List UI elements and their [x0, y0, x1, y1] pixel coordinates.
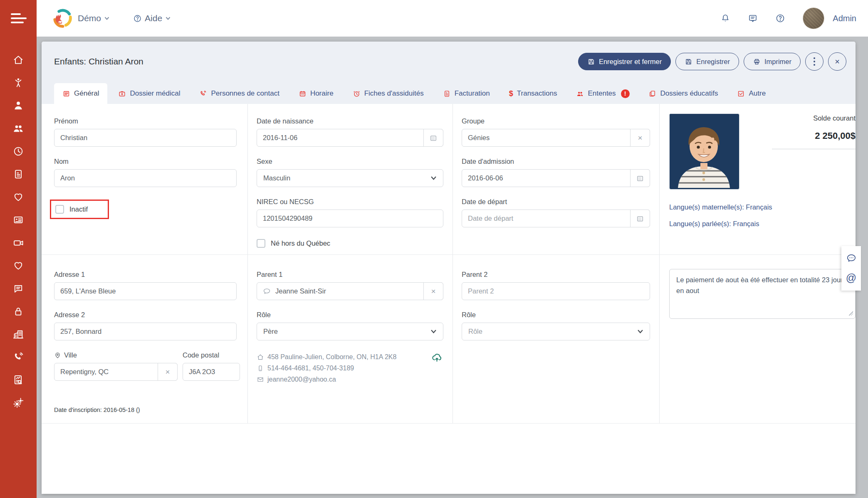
tab-transactions[interactable]: $Transactions — [501, 83, 566, 104]
close-button[interactable]: × — [828, 52, 846, 71]
invoice-icon — [12, 168, 24, 180]
code-postal-label: Code postal — [183, 351, 240, 359]
user-avatar[interactable] — [803, 7, 824, 29]
sexe-select[interactable]: Masculin — [257, 169, 443, 187]
ville-input[interactable] — [54, 363, 158, 380]
prenom-input[interactable] — [54, 129, 236, 146]
parent1-role-select[interactable]: Père — [257, 323, 443, 340]
sidebar-item-groups[interactable] — [0, 117, 37, 140]
calendar-icon — [636, 214, 644, 223]
kebab-icon — [814, 57, 815, 66]
tab-dossiers-educatifs[interactable]: Dossiers éducatifs — [640, 83, 727, 104]
admission-label: Date d'admission — [462, 158, 650, 165]
field-groupe: Groupe × — [462, 117, 650, 147]
tab-personnes-de-contact[interactable]: Personnes de contact — [191, 83, 287, 104]
parent2-role-select[interactable]: Rôle — [462, 323, 650, 340]
sidebar-item-children[interactable] — [0, 71, 37, 94]
admission-input[interactable] — [462, 170, 630, 187]
sidebar-item-organization[interactable] — [0, 323, 37, 345]
dob-input[interactable] — [257, 129, 423, 146]
code-postal-input[interactable] — [183, 363, 240, 380]
groupe-clear-button[interactable]: × — [630, 129, 650, 147]
sidebar-item-phone[interactable] — [0, 345, 37, 368]
col-birth: Date de naissance Sexe Masculin NIREC ou… — [247, 104, 453, 254]
header-actions: Enregistrer et fermer Enregistrer Imprim… — [578, 52, 846, 71]
sidebar-item-video[interactable] — [0, 231, 37, 254]
ville-clear-button[interactable]: × — [158, 363, 178, 381]
more-options-button[interactable] — [805, 52, 823, 71]
report-icon — [12, 374, 24, 386]
sidebar-item-billing[interactable] — [0, 163, 37, 185]
admission-calendar-button[interactable] — [630, 169, 650, 187]
inactif-checkbox[interactable] — [55, 205, 64, 214]
tab-general[interactable]: Général — [54, 83, 107, 104]
depart-input[interactable] — [462, 210, 630, 227]
col-summary: Solde courant 2 250,00$ Langue(s) matern… — [659, 104, 856, 254]
child-photo[interactable] — [669, 113, 739, 190]
tab-facturation[interactable]: Facturation — [435, 83, 498, 104]
save-and-close-button[interactable]: Enregistrer et fermer — [578, 53, 671, 70]
sidebar-item-home[interactable] — [0, 48, 37, 71]
sidebar-item-health[interactable] — [0, 185, 37, 208]
notifications-bell-icon[interactable] — [720, 13, 730, 23]
parent2-input[interactable] — [462, 283, 650, 300]
inscription-date-text: Date d'inscription: 2016-05-18 () — [54, 407, 237, 413]
adresse1-input[interactable] — [54, 283, 236, 300]
brand-menu[interactable]: Démo — [78, 13, 110, 23]
field-adresse2: Adresse 2 — [54, 311, 237, 340]
envelope-icon — [257, 376, 264, 383]
upload-cloud-button[interactable] — [431, 352, 443, 367]
id-card-icon — [12, 214, 24, 226]
sidebar-item-schedule[interactable] — [0, 140, 37, 163]
sidebar-item-reports[interactable] — [0, 368, 37, 391]
sidebar-item-staff[interactable] — [0, 94, 37, 117]
sidebar-item-settings[interactable] — [0, 391, 37, 414]
note-textarea[interactable]: Le paiement de aout èa été effectuer en … — [669, 269, 856, 319]
parent1-input[interactable] — [271, 283, 423, 300]
parent1-email-line: jeanne2000@yahoo.ca — [257, 374, 443, 385]
col-note: Le paiement de aout èa été effectuer en … — [659, 255, 856, 423]
mother-tongue-link[interactable]: Langue(s) maternelle(s): Français — [669, 203, 856, 211]
spoken-language-link[interactable]: Langue(s) parlée(s): Français — [669, 220, 856, 228]
parent1-clear-button[interactable]: × — [423, 282, 443, 300]
mention-at-button[interactable]: @ — [846, 273, 856, 283]
dob-calendar-button[interactable] — [423, 129, 443, 147]
help-circle-icon — [133, 14, 142, 23]
help-menu[interactable]: Aide — [133, 13, 171, 23]
tab-horaire[interactable]: Horaire — [290, 83, 342, 104]
field-sexe: Sexe Masculin — [257, 158, 443, 187]
nirec-input[interactable] — [257, 210, 443, 227]
tab-label: Fiches d'assiduités — [364, 89, 424, 98]
sidebar-item-favorites[interactable] — [0, 254, 37, 277]
save-button[interactable]: Enregistrer — [675, 53, 739, 70]
col-name: Prénom Nom Inactif — [42, 104, 247, 254]
help-icon[interactable] — [775, 13, 785, 23]
chat-ellipsis-icon[interactable] — [846, 253, 857, 264]
sidebar-item-messages[interactable] — [0, 277, 37, 300]
heart-icon — [12, 191, 24, 203]
messages-icon[interactable] — [748, 13, 758, 23]
tab-dossier-medical[interactable]: Dossier médical — [110, 83, 188, 104]
tab-label: Transactions — [517, 89, 557, 98]
tab-ententes[interactable]: Ententes! — [568, 83, 638, 104]
parent2-label: Parent 2 — [462, 271, 650, 279]
tab-label: Personnes de contact — [211, 89, 279, 98]
adresse2-input[interactable] — [54, 323, 236, 340]
invoice-icon — [443, 90, 451, 98]
dollar-icon: $ — [509, 89, 513, 98]
print-button[interactable]: Imprimer — [744, 53, 801, 70]
tab-fiches-assiduites[interactable]: Fiches d'assiduités — [344, 83, 432, 104]
hamburger-menu-icon[interactable] — [0, 0, 37, 37]
nom-input[interactable] — [54, 170, 236, 187]
field-parent2-role: Rôle Rôle — [462, 311, 650, 340]
tab-autre[interactable]: Autre — [729, 83, 774, 104]
nirec-label: NIREC ou NECSG — [257, 198, 443, 206]
sidebar-item-security[interactable] — [0, 300, 37, 323]
depart-calendar-button[interactable] — [630, 210, 650, 227]
ne-hors-quebec-checkbox[interactable] — [257, 239, 265, 248]
sidebar-item-id-card[interactable] — [0, 208, 37, 231]
chevron-down-icon — [104, 15, 110, 21]
groupe-input[interactable] — [462, 129, 630, 146]
save-and-close-label: Enregistrer et fermer — [599, 58, 662, 66]
field-parent2: Parent 2 — [462, 271, 650, 300]
